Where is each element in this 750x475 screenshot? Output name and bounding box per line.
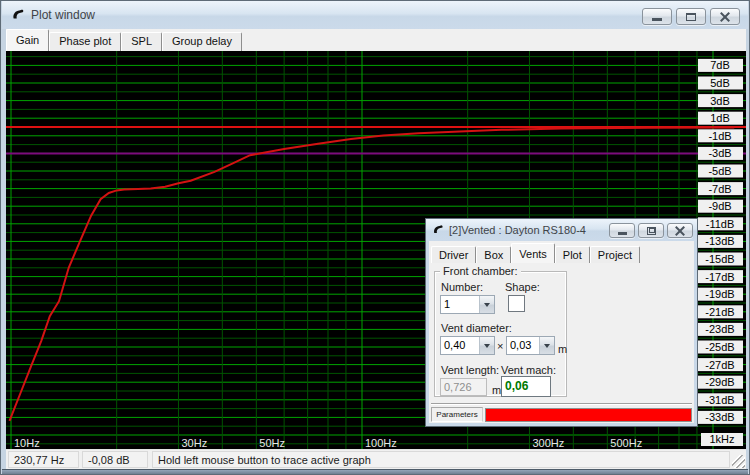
dialog-minimize-button[interactable] [609, 223, 635, 238]
svg-text:-33dB: -33dB [705, 411, 734, 423]
svg-text:-11dB: -11dB [706, 218, 735, 230]
svg-text:-7dB: -7dB [708, 183, 731, 195]
minimize-icon [618, 232, 627, 235]
svg-text:-23dB: -23dB [705, 323, 734, 335]
progress-bar [485, 408, 692, 422]
svg-text:-15dB: -15dB [705, 253, 734, 265]
front-chamber-group: Front chamber: Number: Shape: 1 Vent dia… [434, 271, 567, 397]
vent-diameter-2-select[interactable]: 0,03 [506, 336, 555, 355]
minimize-icon [652, 18, 662, 21]
dialog-title-bar[interactable]: [2]Vented : Dayton RS180-4 [426, 219, 697, 241]
maximize-icon [686, 13, 696, 21]
shape-label: Shape: [505, 281, 540, 293]
dialog-separator [431, 403, 692, 405]
dialog-body: Driver Box Vents Plot Project Front cham… [429, 241, 694, 423]
number-select[interactable]: 1 [440, 295, 495, 314]
svg-text:500Hz: 500Hz [610, 437, 642, 449]
dropdown-arrow-icon[interactable] [539, 337, 554, 354]
vent-diameter-1-value: 0,40 [441, 337, 479, 354]
dialog-close-button[interactable] [667, 223, 693, 238]
dialog-tab-bar: Driver Box Vents Plot Project [431, 243, 692, 263]
svg-text:-17dB: -17dB [705, 271, 734, 283]
vent-mach-label: Vent mach: [501, 364, 556, 376]
number-label: Number: [441, 281, 483, 293]
close-icon [675, 226, 686, 235]
svg-text:-25dB: -25dB [705, 341, 734, 353]
svg-text:-19dB: -19dB [705, 288, 734, 300]
svg-text:7dB: 7dB [710, 59, 730, 71]
plot-tab-bar: Gain Phase plot SPL Group delay [6, 29, 746, 51]
number-value: 1 [441, 296, 479, 313]
svg-text:5dB: 5dB [710, 77, 730, 89]
tab-project[interactable]: Project [590, 246, 640, 263]
svg-text:100Hz: 100Hz [365, 437, 397, 449]
tab-gain[interactable]: Gain [6, 29, 49, 51]
vented-dialog: [2]Vented : Dayton RS180-4 Driver Box Ve… [425, 218, 698, 427]
front-chamber-legend: Front chamber: [440, 265, 521, 277]
status-hint: Hold left mouse button to trace active g… [152, 451, 730, 468]
unit-m-label: m [558, 343, 567, 355]
tab-driver[interactable]: Driver [431, 246, 476, 263]
resize-grip[interactable] [732, 455, 745, 468]
tab-plot[interactable]: Plot [555, 246, 590, 263]
svg-text:50Hz: 50Hz [259, 437, 285, 449]
restore-icon [647, 227, 656, 235]
tab-spl[interactable]: SPL [121, 32, 162, 51]
app-icon [11, 8, 25, 22]
times-symbol: × [497, 340, 503, 352]
status-level: -0,08 dB [82, 451, 148, 468]
svg-text:-13dB: -13dB [705, 235, 734, 247]
tab-box[interactable]: Box [476, 246, 511, 263]
svg-text:300Hz: 300Hz [532, 437, 564, 449]
maximize-button[interactable] [676, 8, 706, 25]
svg-text:-29dB: -29dB [705, 376, 734, 388]
dialog-restore-button[interactable] [638, 223, 664, 238]
vent-diameter-1-select[interactable]: 0,40 [440, 336, 495, 355]
vent-length-field: 0,726 [440, 378, 487, 396]
window-title: Plot window [31, 8, 95, 22]
svg-text:-31dB: -31dB [705, 394, 734, 406]
tab-vents[interactable]: Vents [511, 243, 555, 263]
vent-length-label: Vent length: [441, 364, 499, 376]
minimize-button[interactable] [642, 8, 672, 25]
dropdown-arrow-icon[interactable] [479, 296, 494, 313]
tab-group-delay[interactable]: Group delay [162, 32, 242, 51]
unit-m-label: m [492, 384, 501, 396]
svg-text:1kHz: 1kHz [709, 433, 734, 445]
vent-diameter-2-value: 0,03 [507, 337, 539, 354]
svg-text:1dB: 1dB [710, 112, 730, 124]
tab-phase-plot[interactable]: Phase plot [49, 32, 121, 51]
dialog-icon [432, 224, 444, 236]
svg-text:30Hz: 30Hz [181, 437, 207, 449]
svg-text:-9dB: -9dB [708, 200, 731, 212]
svg-text:-3dB: -3dB [708, 147, 731, 159]
parameters-button[interactable]: Parameters [431, 407, 483, 422]
svg-text:3dB: 3dB [710, 95, 730, 107]
svg-text:-27dB: -27dB [705, 359, 734, 371]
svg-text:-21dB: -21dB [705, 306, 734, 318]
status-bar: 230,77 Hz -0,08 dB Hold left mouse butto… [6, 449, 746, 469]
svg-text:-5dB: -5dB [708, 165, 731, 177]
vent-mach-field[interactable]: 0,06 [501, 376, 551, 397]
dialog-title: [2]Vented : Dayton RS180-4 [449, 224, 586, 236]
shape-button[interactable] [508, 295, 525, 312]
close-button[interactable] [710, 8, 740, 25]
plot-window: Plot window Gain Phase plot SPL Group de… [0, 0, 750, 475]
svg-text:10Hz: 10Hz [14, 437, 40, 449]
window-bottom-frame [2, 469, 748, 475]
status-frequency: 230,77 Hz [8, 451, 79, 468]
vent-diameter-label: Vent diameter: [441, 322, 512, 334]
dropdown-arrow-icon[interactable] [479, 337, 494, 354]
close-icon [720, 12, 731, 21]
svg-text:-1dB: -1dB [708, 130, 731, 142]
title-bar[interactable]: Plot window [2, 1, 748, 29]
